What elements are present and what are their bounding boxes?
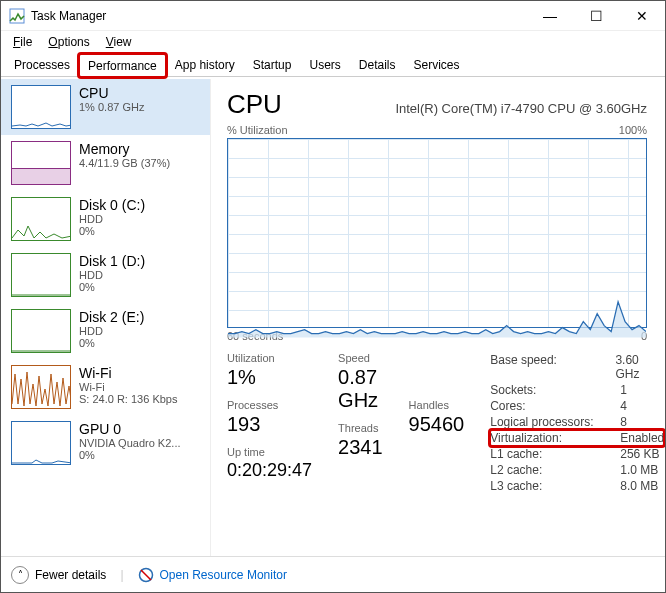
menu-file[interactable]: File <box>5 33 40 51</box>
sidebar-item-cpu[interactable]: CPU 1% 0.87 GHz <box>1 79 210 135</box>
sidebar-item-gpu0[interactable]: GPU 0 NVIDIA Quadro K2... 0% <box>1 415 210 471</box>
cpu-thumb <box>11 85 71 129</box>
fewer-details-button[interactable]: ˄ Fewer details <box>11 566 106 584</box>
l3-val: 8.0 MB <box>620 479 658 493</box>
sidebar-sub: 4.4/11.9 GB (37%) <box>79 157 170 169</box>
processes-value: 193 <box>227 413 312 436</box>
menu-options[interactable]: Options <box>40 33 97 51</box>
svg-line-3 <box>141 570 151 580</box>
base-speed-val: 3.60 GHz <box>615 353 664 381</box>
chart-top-right-label: 100% <box>619 124 647 136</box>
tab-processes[interactable]: Processes <box>5 53 79 76</box>
sockets-key: Sockets: <box>490 383 620 397</box>
resource-monitor-label: Open Resource Monitor <box>160 568 287 582</box>
maximize-button[interactable]: ☐ <box>573 1 619 31</box>
speed-value: 0.87 GHz <box>338 366 383 412</box>
sidebar-label: Disk 0 (C:) <box>79 197 145 213</box>
l2-val: 1.0 MB <box>620 463 658 477</box>
stats-row: Utilization 1% Processes 193 Up time 0:2… <box>227 352 647 494</box>
resource-monitor-icon <box>138 567 154 583</box>
tab-users[interactable]: Users <box>300 53 349 76</box>
sidebar-item-memory[interactable]: Memory 4.4/11.9 GB (37%) <box>1 135 210 191</box>
utilization-value: 1% <box>227 366 312 389</box>
utilization-chart[interactable] <box>227 138 647 328</box>
virtualization-val: Enabled <box>620 431 664 445</box>
disk-thumb <box>11 197 71 241</box>
sidebar: CPU 1% 0.87 GHz Memory 4.4/11.9 GB (37%) <box>1 79 211 556</box>
fewer-details-label: Fewer details <box>35 568 106 582</box>
sidebar-sub: Wi-Fi <box>79 381 177 393</box>
logical-val: 8 <box>620 415 627 429</box>
threads-label: Threads <box>338 422 383 434</box>
svg-marker-1 <box>228 302 646 338</box>
uptime-value: 0:20:29:47 <box>227 460 312 481</box>
sidebar-item-disk1[interactable]: Disk 1 (D:) HDD 0% <box>1 247 210 303</box>
tab-performance[interactable]: Performance <box>79 54 166 77</box>
l2-key: L2 cache: <box>490 463 620 477</box>
utilization-label: Utilization <box>227 352 312 364</box>
sidebar-sub: 1% 0.87 GHz <box>79 101 144 113</box>
sidebar-sub2: 0% <box>79 337 144 349</box>
tab-details[interactable]: Details <box>350 53 405 76</box>
l1-val: 256 KB <box>620 447 659 461</box>
content: CPU 1% 0.87 GHz Memory 4.4/11.9 GB (37%) <box>1 79 665 556</box>
sidebar-sub: HDD <box>79 213 145 225</box>
disk-thumb <box>11 253 71 297</box>
sidebar-sub2: 0% <box>79 449 181 461</box>
speed-label: Speed <box>338 352 383 364</box>
handles-value: 95460 <box>409 413 465 436</box>
tab-services[interactable]: Services <box>405 53 469 76</box>
close-button[interactable]: ✕ <box>619 1 665 31</box>
minimize-button[interactable]: — <box>527 1 573 31</box>
l1-key: L1 cache: <box>490 447 620 461</box>
open-resource-monitor-link[interactable]: Open Resource Monitor <box>138 567 287 583</box>
main-header: CPU Intel(R) Core(TM) i7-4790 CPU @ 3.60… <box>227 89 647 120</box>
virtualization-row: Virtualization:Enabled <box>490 430 664 446</box>
sidebar-sub2: S: 24.0 R: 136 Kbps <box>79 393 177 405</box>
sidebar-label: Disk 2 (E:) <box>79 309 144 325</box>
cores-val: 4 <box>620 399 627 413</box>
sidebar-item-wifi[interactable]: Wi-Fi Wi-Fi S: 24.0 R: 136 Kbps <box>1 359 210 415</box>
base-speed-key: Base speed: <box>490 353 615 381</box>
cpu-model: Intel(R) Core(TM) i7-4790 CPU @ 3.60GHz <box>395 101 647 116</box>
chevron-up-icon: ˄ <box>11 566 29 584</box>
chart-top-left-label: % Utilization <box>227 124 288 136</box>
right-stats: Base speed:3.60 GHz Sockets:1 Cores:4 Lo… <box>490 352 664 494</box>
menu-view[interactable]: View <box>98 33 140 51</box>
sidebar-label: CPU <box>79 85 144 101</box>
sidebar-item-disk0[interactable]: Disk 0 (C:) HDD 0% <box>1 191 210 247</box>
sidebar-label: Memory <box>79 141 170 157</box>
sockets-val: 1 <box>620 383 627 397</box>
window-title: Task Manager <box>31 9 527 23</box>
tab-startup[interactable]: Startup <box>244 53 301 76</box>
disk-thumb <box>11 309 71 353</box>
uptime-label: Up time <box>227 446 312 458</box>
tab-app-history[interactable]: App history <box>166 53 244 76</box>
memory-thumb <box>11 141 71 185</box>
virtualization-key: Virtualization: <box>490 431 620 445</box>
page-title: CPU <box>227 89 282 120</box>
footer: ˄ Fewer details | Open Resource Monitor <box>1 556 665 592</box>
sidebar-sub2: 0% <box>79 225 145 237</box>
sidebar-label: Wi-Fi <box>79 365 177 381</box>
sidebar-sub: HDD <box>79 325 144 337</box>
processes-label: Processes <box>227 399 312 411</box>
wifi-thumb <box>11 365 71 409</box>
sidebar-sub: HDD <box>79 269 145 281</box>
task-manager-window: Task Manager — ☐ ✕ File Options View Pro… <box>0 0 666 593</box>
sidebar-label: GPU 0 <box>79 421 181 437</box>
l3-key: L3 cache: <box>490 479 620 493</box>
sidebar-sub2: 0% <box>79 281 145 293</box>
handles-label: Handles <box>409 399 465 411</box>
threads-value: 2341 <box>338 436 383 459</box>
menubar: File Options View <box>1 31 665 53</box>
titlebar: Task Manager — ☐ ✕ <box>1 1 665 31</box>
sidebar-sub: NVIDIA Quadro K2... <box>79 437 181 449</box>
sidebar-item-disk2[interactable]: Disk 2 (E:) HDD 0% <box>1 303 210 359</box>
tabbar: Processes Performance App history Startu… <box>1 53 665 77</box>
gpu-thumb <box>11 421 71 465</box>
sidebar-label: Disk 1 (D:) <box>79 253 145 269</box>
cores-key: Cores: <box>490 399 620 413</box>
logical-key: Logical processors: <box>490 415 620 429</box>
main-panel: CPU Intel(R) Core(TM) i7-4790 CPU @ 3.60… <box>211 79 665 556</box>
